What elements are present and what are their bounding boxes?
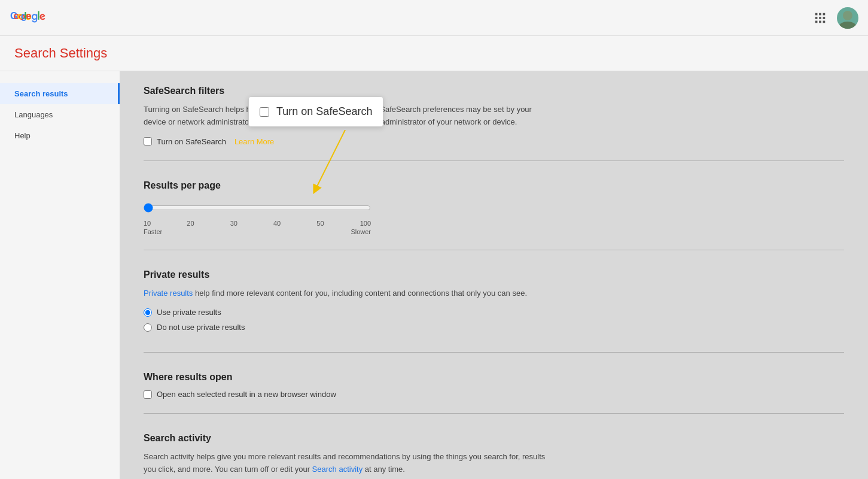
topbar-right <box>811 7 858 29</box>
safesearch-checkbox-label: Turn on SafeSearch <box>157 137 226 146</box>
where-results-open-section: Where results open Open each selected re… <box>144 372 844 414</box>
learn-more-link[interactable]: Learn More <box>234 137 274 146</box>
sidebar: Search results Languages Help <box>0 71 120 479</box>
svg-rect-14 <box>823 20 826 23</box>
svg-rect-8 <box>823 13 826 15</box>
search-activity-section: Search activity Search activity helps gi… <box>144 433 844 479</box>
svg-rect-11 <box>823 17 826 19</box>
search-activity-link[interactable]: Search activity <box>312 465 363 474</box>
use-private-results-radio[interactable] <box>144 308 152 317</box>
private-results-section: Private results Private results help fin… <box>144 269 844 353</box>
svg-point-16 <box>839 22 856 29</box>
safesearch-checkbox-row: Turn on SafeSearch Learn More <box>144 137 844 146</box>
apps-icon[interactable] <box>811 8 830 28</box>
no-private-results-label: Do not use private results <box>157 323 245 332</box>
new-window-label: Open each selected result in a new brows… <box>157 390 336 399</box>
private-results-link[interactable]: Private results <box>144 289 193 298</box>
svg-point-15 <box>843 11 852 20</box>
safesearch-tooltip-popup: Turn on SafeSearch <box>248 96 383 127</box>
private-results-desc-suffix: help find more relevant content for you,… <box>193 289 527 298</box>
svg-rect-7 <box>819 13 821 15</box>
slider-container: 10 20 30 40 50 100 Faster Slower <box>144 198 383 235</box>
private-results-desc: Private results help find more relevant … <box>144 287 550 300</box>
layout: Search results Languages Help SafeSearch… <box>0 71 868 479</box>
svg-rect-9 <box>815 17 818 19</box>
sidebar-item-help[interactable]: Help <box>0 125 120 146</box>
slider-label-slower: Slower <box>351 228 371 235</box>
tick-50: 50 <box>316 220 324 227</box>
sidebar-item-search-results[interactable]: Search results <box>0 83 120 104</box>
page-title: Search Settings <box>14 46 854 61</box>
slider-label-faster: Faster <box>144 228 162 235</box>
svg-rect-6 <box>815 13 818 15</box>
where-results-open-title: Where results open <box>144 372 844 383</box>
private-results-title: Private results <box>144 269 844 280</box>
no-private-results-row: Do not use private results <box>144 323 844 332</box>
new-window-checkbox[interactable] <box>144 390 152 399</box>
tick-10: 10 <box>144 220 151 227</box>
use-private-results-label: Use private results <box>157 308 221 317</box>
results-per-page-section: Results per page 10 20 30 40 50 100 Fast… <box>144 180 844 250</box>
tick-40: 40 <box>273 220 281 227</box>
main-content: SafeSearch filters Turning on SafeSearch… <box>120 71 868 479</box>
new-window-checkbox-row: Open each selected result in a new brows… <box>144 390 844 399</box>
svg-rect-10 <box>819 17 821 19</box>
results-per-page-slider[interactable] <box>144 203 371 213</box>
tick-20: 20 <box>187 220 194 227</box>
safesearch-checkbox[interactable] <box>144 137 152 145</box>
avatar[interactable] <box>837 7 858 29</box>
svg-rect-13 <box>819 20 821 23</box>
search-activity-desc-suffix: at any time. <box>363 465 405 474</box>
tick-100: 100 <box>360 220 371 227</box>
page-title-bar: Search Settings <box>0 36 868 71</box>
sidebar-item-languages[interactable]: Languages <box>0 104 120 125</box>
search-activity-title: Search activity <box>144 433 844 444</box>
tooltip-safesearch-checkbox[interactable] <box>260 107 269 117</box>
use-private-results-row: Use private results <box>144 308 844 317</box>
tooltip-label: Turn on SafeSearch <box>276 105 372 118</box>
no-private-results-radio[interactable] <box>144 323 152 332</box>
topbar: G o o g l e <box>0 0 868 36</box>
svg-text:e: e <box>26 11 32 21</box>
search-activity-desc: Search activity helps give you more rele… <box>144 451 550 476</box>
safesearch-title: SafeSearch filters <box>144 86 844 96</box>
svg-rect-12 <box>815 20 818 23</box>
tick-30: 30 <box>230 220 237 227</box>
results-per-page-title: Results per page <box>144 180 844 191</box>
google-logo: G o o g l e <box>10 8 45 28</box>
